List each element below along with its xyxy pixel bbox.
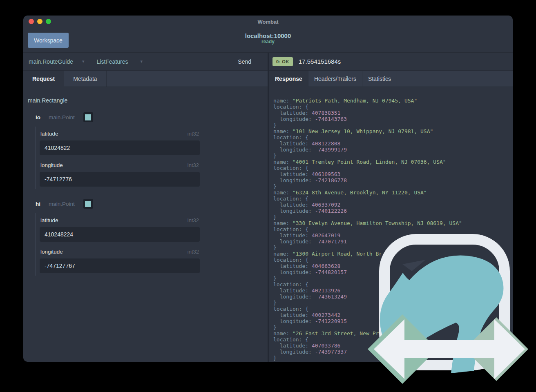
request-tab-bar: Request Metadata <box>23 71 268 87</box>
subfield-type: int32 <box>188 217 199 223</box>
subfield-label: longitude <box>40 249 63 255</box>
main-split: main.RouteGuide ▾ ListFeatures ▾ Send Re… <box>23 53 513 362</box>
tab-metadata[interactable]: Metadata <box>64 71 106 87</box>
header: Workspace localhost:10000 ready <box>23 28 513 53</box>
subfield-label: latitude <box>40 131 58 137</box>
zoom-icon[interactable] <box>46 19 51 24</box>
close-icon[interactable] <box>29 19 34 24</box>
subfield-label: longitude <box>40 162 63 168</box>
field-name: hi <box>36 201 40 207</box>
subfield-longitude: longitude int32 <box>40 162 200 187</box>
tab-statistics[interactable]: Statistics <box>362 71 397 87</box>
checkbox-checked-icon <box>85 114 91 120</box>
tab-filler <box>397 71 513 87</box>
lo-longitude-input[interactable] <box>40 172 200 187</box>
field-name: lo <box>36 114 40 120</box>
chevron-down-icon: ▾ <box>82 59 85 64</box>
response-panel: 0: OK 17.554151684s Response Headers/Tra… <box>269 53 513 362</box>
subfield-type: int32 <box>188 162 199 168</box>
field-group-lo: latitude int32 longitude int32 <box>35 127 200 189</box>
send-button[interactable]: Send <box>235 58 254 65</box>
connection-status: ready <box>23 39 513 45</box>
tab-request[interactable]: Request <box>23 71 64 87</box>
method-select[interactable]: ListFeatures ▾ <box>96 58 143 65</box>
field-hi-checkbox[interactable] <box>83 199 93 209</box>
method-bar: main.RouteGuide ▾ ListFeatures ▾ Send <box>23 53 268 71</box>
subfield-latitude: latitude int32 <box>40 131 200 155</box>
message-type-label: main.Rectangle <box>28 97 263 104</box>
service-select-value: main.RouteGuide <box>29 58 73 65</box>
hi-longitude-input[interactable] <box>40 258 200 273</box>
service-select[interactable]: main.RouteGuide ▾ <box>29 58 84 65</box>
response-status-bar: 0: OK 17.554151684s <box>269 53 513 71</box>
chevron-down-icon: ▾ <box>141 59 143 64</box>
field-row-lo: lo main.Point <box>28 112 263 122</box>
field-group-hi: latitude int32 longitude int32 <box>35 213 200 276</box>
traffic-lights <box>29 19 51 24</box>
hi-latitude-input[interactable] <box>40 227 200 242</box>
titlebar: Wombat <box>23 16 513 28</box>
subfield-type: int32 <box>188 131 199 137</box>
status-badge: 0: OK <box>272 57 293 66</box>
connection-info: localhost:10000 ready <box>23 32 513 45</box>
field-type: main.Point <box>49 114 75 120</box>
minimize-icon[interactable] <box>37 19 42 24</box>
field-lo-checkbox[interactable] <box>83 112 93 122</box>
checkbox-checked-icon <box>85 201 91 207</box>
window-title: Wombat <box>23 16 513 29</box>
subfield-longitude: longitude int32 <box>40 249 200 273</box>
tab-headers-trailers[interactable]: Headers/Trailers <box>308 71 362 87</box>
response-tab-bar: Response Headers/Trailers Statistics <box>269 71 513 87</box>
response-body: name: "Patriots Path, Mendham, NJ 07945,… <box>269 87 513 362</box>
host-address: localhost:10000 <box>23 32 513 39</box>
tab-response[interactable]: Response <box>269 71 308 87</box>
request-form: main.Rectangle lo main.Point latitude in… <box>23 87 268 362</box>
field-row-hi: hi main.Point <box>28 199 263 209</box>
tab-filler <box>107 71 268 87</box>
duration-label: 17.554151684s <box>299 58 341 65</box>
subfield-type: int32 <box>188 249 199 255</box>
desktop: { "app": { "title": "Wombat" }, "header"… <box>0 0 536 392</box>
subfield-label: latitude <box>40 217 58 223</box>
request-panel: main.RouteGuide ▾ ListFeatures ▾ Send Re… <box>23 53 268 362</box>
method-select-value: ListFeatures <box>96 58 128 65</box>
app-window: Wombat Workspace localhost:10000 ready m… <box>23 16 513 362</box>
subfield-latitude: latitude int32 <box>40 217 200 242</box>
lo-latitude-input[interactable] <box>40 140 200 155</box>
field-type: main.Point <box>49 201 75 207</box>
